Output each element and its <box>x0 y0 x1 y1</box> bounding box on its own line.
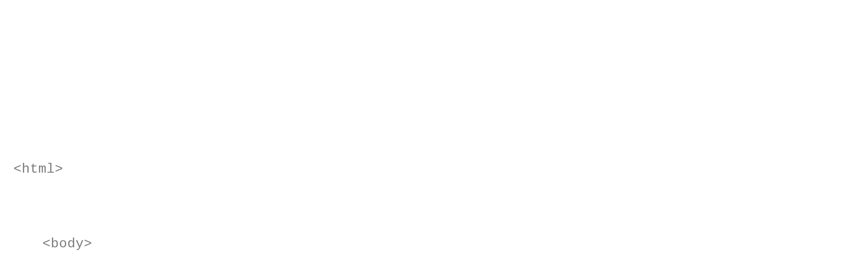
code-block: <html> <body> <form action="https://vuln… <box>13 107 855 280</box>
code-line: <body> <box>13 232 855 257</box>
code-line: <html> <box>13 157 855 182</box>
